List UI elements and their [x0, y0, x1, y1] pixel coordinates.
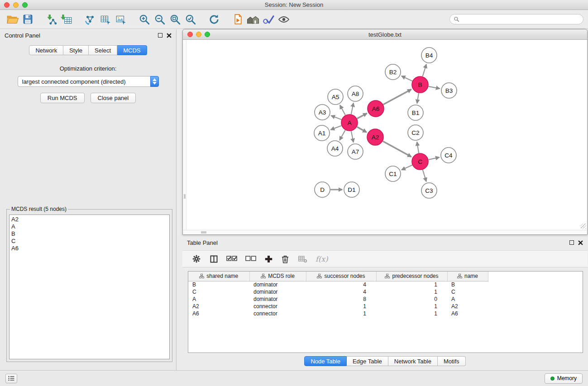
graph-edge-A-A6[interactable] [357, 113, 367, 119]
graph-edge-A-A3[interactable] [331, 116, 342, 120]
horizontal-scrollbar[interactable] [183, 230, 587, 234]
new-network-button[interactable] [82, 12, 98, 27]
table-cell[interactable]: 1 [376, 303, 447, 310]
search-input[interactable] [462, 16, 579, 23]
table-row[interactable]: Bdominator41B [188, 281, 488, 288]
network-close-button[interactable] [187, 32, 193, 37]
graph-edge-A-A4[interactable] [339, 130, 345, 140]
table-cell[interactable]: connector [249, 303, 306, 310]
table-cell[interactable]: 1 [306, 310, 376, 317]
graph-edge-C-C1[interactable] [402, 165, 412, 170]
tab-network[interactable]: Network [29, 45, 63, 55]
table-tab-network-table[interactable]: Network Table [388, 356, 438, 366]
memory-button[interactable]: Memory [545, 373, 583, 384]
validate-button[interactable] [261, 12, 276, 27]
vertical-scrollbar[interactable] [183, 40, 186, 230]
column-header-predecessor-nodes[interactable]: predecessor nodes [376, 272, 447, 281]
graph-edge-C-C4[interactable] [429, 157, 440, 160]
column-header-successor-nodes[interactable]: successor nodes [306, 272, 376, 281]
zoom-selected-button[interactable] [183, 12, 198, 27]
export-table-button[interactable] [98, 12, 113, 27]
table-cell[interactable]: A6 [447, 310, 488, 317]
table-cell[interactable]: A [447, 295, 488, 303]
graph-edge-B-B2[interactable] [402, 76, 412, 81]
table-cell[interactable]: 1 [376, 281, 447, 288]
run-mcds-button[interactable]: Run MCDS [40, 93, 85, 103]
table-cell[interactable]: B [188, 281, 249, 288]
network-window-titlebar[interactable]: testGlobe.txt [183, 29, 587, 40]
table-cell[interactable]: dominator [249, 288, 306, 295]
optimization-criterion-select[interactable]: largest connected component (directed) [18, 76, 159, 87]
graph-edge-A-A8[interactable] [351, 103, 354, 114]
table-cell[interactable]: A6 [188, 310, 249, 317]
table-cell[interactable]: A2 [447, 303, 488, 310]
open-session-file-button[interactable] [230, 12, 245, 27]
tab-style[interactable]: Style [63, 45, 89, 55]
mcds-result-item[interactable]: A2 [11, 216, 167, 223]
close-table-panel-icon[interactable] [578, 240, 583, 245]
graph-edge-A-A1[interactable] [331, 126, 342, 130]
table-row[interactable]: A2connector11A2 [188, 303, 488, 310]
table-tab-edge-table[interactable]: Edge Table [347, 356, 388, 366]
tab-mcds[interactable]: MCDS [117, 45, 147, 55]
network-graph[interactable]: B4B2BB3A8A5A6A3B1AA1C2A2A4A7C4CC1C3DD1 [186, 40, 586, 230]
close-window-button[interactable] [4, 2, 10, 8]
apply-layout-button[interactable] [206, 12, 222, 27]
mcds-result-item[interactable]: A6 [11, 245, 167, 252]
home-button[interactable] [245, 12, 261, 27]
table-cell[interactable]: B [447, 281, 488, 288]
open-session-button[interactable] [5, 12, 20, 27]
search-box[interactable] [449, 14, 583, 24]
import-table-button[interactable] [59, 12, 74, 27]
mcds-result-item[interactable]: A [11, 223, 167, 230]
table-tab-motifs[interactable]: Motifs [438, 356, 466, 366]
delete-table-button[interactable] [297, 254, 308, 264]
close-panel-button[interactable]: Close panel [91, 93, 136, 103]
table-cell[interactable]: A [188, 295, 249, 303]
column-header-MCDS-role[interactable]: MCDS role [249, 272, 306, 281]
table-row[interactable]: Adominator80A [188, 295, 488, 303]
zoom-out-button[interactable] [152, 12, 167, 27]
mcds-result-list[interactable]: A2ABCA6 [9, 214, 170, 359]
network-canvas[interactable]: B4B2BB3A8A5A6A3B1AA1C2A2A4A7C4CC1C3DD1 [183, 40, 587, 230]
apply-function-button[interactable]: f(x) [316, 255, 328, 263]
import-network-button[interactable] [43, 12, 59, 27]
graph-edge-B-B4[interactable] [423, 64, 426, 76]
table-cell[interactable]: 1 [376, 310, 447, 317]
table-cell[interactable]: 1 [376, 288, 447, 295]
table-cell[interactable]: connector [249, 310, 306, 317]
resize-grip[interactable] [581, 224, 586, 229]
graph-edge-A-A2[interactable] [357, 127, 367, 132]
close-panel-icon[interactable] [167, 33, 172, 38]
column-header-name[interactable]: name [447, 272, 488, 281]
minimize-window-button[interactable] [13, 2, 19, 8]
column-header-shared-name[interactable]: shared name [188, 272, 249, 281]
mcds-result-item[interactable]: C [11, 238, 167, 245]
float-panel-icon[interactable] [158, 33, 163, 38]
graph-edge-A2-C[interactable] [383, 141, 411, 157]
table-cell[interactable]: 8 [306, 295, 376, 303]
float-table-panel-icon[interactable] [569, 240, 574, 245]
zoom-window-button[interactable] [22, 2, 28, 8]
table-cell[interactable]: 4 [306, 288, 376, 295]
table-row[interactable]: A6connector11A6 [188, 310, 488, 317]
table-cell[interactable]: C [447, 288, 488, 295]
table-tab-node-table[interactable]: Node Table [304, 356, 347, 366]
table-cell[interactable]: 0 [376, 295, 447, 303]
graph-edge-C-C2[interactable] [417, 142, 419, 153]
graph-edge-C-C3[interactable] [423, 170, 426, 181]
task-history-button[interactable] [5, 374, 17, 383]
add-row-button[interactable] [264, 255, 273, 263]
table-cell[interactable]: dominator [249, 281, 306, 288]
export-image-button[interactable] [113, 12, 129, 27]
tab-select[interactable]: Select [89, 45, 117, 55]
graph-edge-B-B1[interactable] [417, 93, 419, 104]
delete-rows-button[interactable] [281, 254, 290, 264]
deselect-all-button[interactable] [245, 255, 257, 263]
save-session-button[interactable] [20, 12, 35, 27]
graph-edge-B-B3[interactable] [429, 86, 440, 89]
table-cell[interactable]: 4 [306, 281, 376, 288]
zoom-in-button[interactable] [137, 12, 152, 27]
graph-edge-A-A7[interactable] [351, 131, 354, 143]
show-details-button[interactable] [276, 12, 292, 27]
